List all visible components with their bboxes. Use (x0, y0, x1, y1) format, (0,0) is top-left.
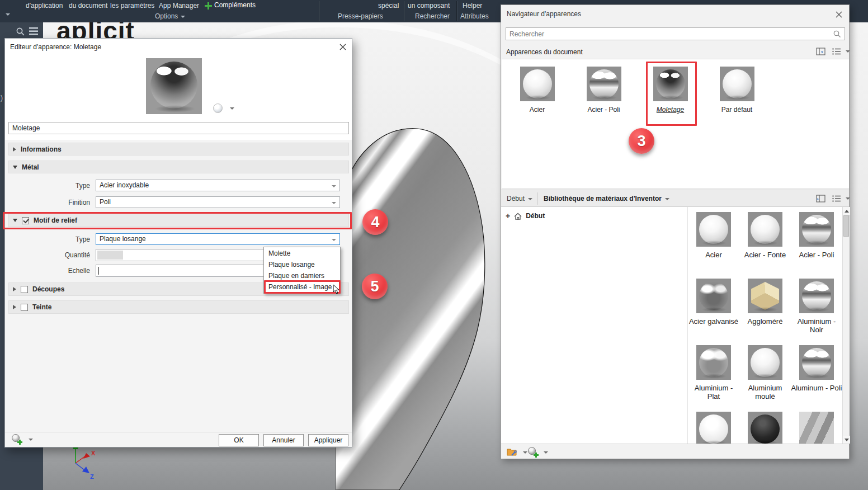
cancel-button[interactable]: Annuler (263, 434, 304, 446)
decoupes-checkbox[interactable] (21, 286, 28, 293)
teinte-checkbox[interactable] (21, 304, 28, 311)
section-label: Découpes (32, 285, 64, 293)
material-thumbnail[interactable] (748, 212, 782, 247)
search-icon[interactable] (833, 30, 842, 39)
material-thumbnail[interactable] (696, 412, 731, 444)
material-swatch[interactable]: Aluminium moulé (739, 345, 791, 412)
chevron-down-icon[interactable] (846, 50, 850, 53)
search-input[interactable] (506, 27, 845, 40)
menu-item-helper[interactable]: Helper (463, 2, 482, 10)
expand-arrow-icon[interactable] (13, 287, 16, 291)
doc-appearances-header: Apparences du document (506, 48, 583, 56)
preview-scene-icon[interactable] (213, 103, 223, 113)
list-view-icon[interactable] (832, 194, 841, 203)
material-thumbnail[interactable] (799, 345, 834, 380)
menu-hamburger-icon[interactable] (29, 27, 38, 35)
svg-text:Z: Z (90, 473, 94, 480)
ribbon-collapse-icon[interactable] (6, 13, 10, 16)
chevron-down-icon[interactable] (29, 439, 33, 441)
appearance-label: Acier - Poli (587, 106, 620, 114)
chevron-down-icon[interactable] (523, 451, 527, 454)
material-thumbnail[interactable] (799, 212, 834, 247)
close-icon[interactable] (834, 10, 843, 19)
menu-item-composant[interactable]: un composant (408, 2, 450, 10)
material-swatch[interactable]: Aggloméré (739, 279, 791, 345)
scrollbar-thumb[interactable] (843, 215, 849, 237)
dock-view-icon[interactable] (816, 47, 825, 56)
dropdown-option[interactable]: Plaque en damiers (264, 270, 340, 281)
chevron-down-icon[interactable] (846, 197, 850, 200)
material-swatch[interactable]: Acier - Fonte (739, 212, 791, 279)
menu-item-document[interactable]: du document (69, 2, 107, 10)
tree-expand-icon[interactable]: + (506, 211, 510, 220)
appearance-name-input[interactable] (8, 122, 349, 134)
section-informations[interactable]: Informations (8, 143, 349, 156)
menu-item-application[interactable]: d'application (26, 2, 63, 10)
list-view-icon[interactable] (832, 47, 841, 56)
new-appearance-icon[interactable] (528, 447, 538, 457)
finition-combobox[interactable]: Poli (96, 196, 340, 208)
material-swatch[interactable]: Aluminium - Plat (688, 345, 739, 412)
material-thumbnail[interactable] (696, 345, 731, 380)
library-tab-label: Début (507, 195, 525, 202)
material-thumbnail[interactable] (748, 412, 782, 444)
library-title-dropdown[interactable]: Bibliothèque de matériaux d'Inventor (544, 195, 669, 202)
scroll-up-arrow[interactable] (843, 207, 850, 215)
options-dropdown[interactable]: Options (155, 12, 185, 20)
material-swatch[interactable]: Acier (688, 212, 739, 279)
dropdown-option[interactable]: Plaque losange (264, 259, 340, 270)
close-icon[interactable] (338, 43, 347, 51)
field-label-finition: Finition (8, 199, 90, 206)
annotation-balloon-3: 3 (629, 128, 654, 154)
menu-item-app-manager[interactable]: App Manager (159, 2, 199, 10)
motif-type-combobox[interactable]: Plaque losange (96, 233, 340, 245)
material-swatch[interactable] (688, 412, 739, 444)
material-swatch[interactable]: Aluminium - Noir (791, 279, 842, 345)
appearance-swatch[interactable]: Acier - Poli (570, 67, 637, 114)
material-swatch[interactable]: Aluminum - Poli (791, 345, 842, 412)
expand-arrow-icon[interactable] (13, 305, 16, 309)
material-thumbnail[interactable] (799, 412, 834, 444)
appearance-swatch[interactable]: Acier (504, 67, 570, 114)
material-thumbnail[interactable] (696, 279, 731, 313)
chevron-down-icon[interactable] (544, 451, 548, 454)
menu-item-complements[interactable]: Compléments (214, 1, 256, 9)
menu-item-special[interactable]: spécial (378, 2, 399, 10)
dropdown-option[interactable]: Personnalisé - Image (264, 281, 340, 293)
section-metal[interactable]: Métal (8, 161, 349, 173)
section-label: Informations (21, 145, 62, 153)
appearance-thumbnail[interactable] (520, 67, 555, 101)
appearance-thumbnail[interactable] (587, 67, 621, 101)
field-label-echelle: Echelle (8, 267, 90, 275)
materials-scrollbar[interactable] (842, 207, 850, 444)
apply-button[interactable]: Appliquer (308, 434, 348, 446)
chevron-down-icon[interactable] (230, 107, 234, 110)
material-swatch[interactable]: Acier - Poli (791, 212, 842, 279)
cylinder-model[interactable] (336, 123, 503, 490)
metal-type-combobox[interactable]: Acier inoxydable (96, 180, 340, 191)
material-swatch[interactable] (791, 412, 842, 444)
scroll-down-arrow[interactable] (843, 436, 850, 444)
section-teinte[interactable]: Teinte (8, 300, 349, 314)
tree-item-debut[interactable]: + Début (506, 211, 545, 220)
new-appearance-icon[interactable] (12, 434, 22, 444)
material-thumbnail[interactable] (748, 279, 782, 313)
ok-button[interactable]: OK (219, 434, 259, 446)
material-thumbnail[interactable] (696, 212, 731, 247)
appearance-thumbnail[interactable] (720, 67, 754, 101)
menu-item-parametres[interactable]: les paramètres (110, 2, 154, 10)
search-icon[interactable] (16, 27, 26, 37)
dropdown-option[interactable]: Molette (264, 248, 340, 259)
annotation-balloon-4: 4 (362, 209, 388, 235)
material-thumbnail[interactable] (748, 345, 782, 380)
open-library-folder-icon[interactable] (507, 447, 518, 456)
material-swatch[interactable]: Acier galvanisé (688, 279, 739, 345)
material-swatch[interactable] (739, 412, 791, 444)
collapse-arrow-icon[interactable] (13, 166, 17, 169)
appearance-swatch[interactable]: Par défaut (704, 67, 770, 114)
library-tab-debut[interactable]: Début (507, 195, 532, 202)
dock-view-icon[interactable] (816, 194, 825, 203)
expand-arrow-icon[interactable] (13, 147, 16, 152)
material-thumbnail[interactable] (799, 279, 834, 313)
chevron-down-icon (332, 202, 336, 204)
